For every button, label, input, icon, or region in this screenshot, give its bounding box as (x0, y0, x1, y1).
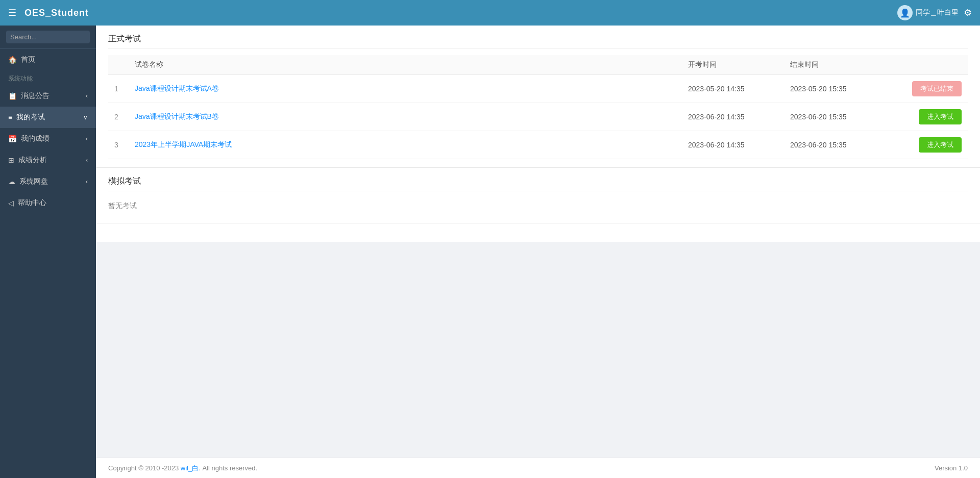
search-input[interactable] (10, 33, 96, 41)
content-area: 正式考试 试卷名称 开考时间 结束时间 1Java课程设计期末考试A卷2023-… (96, 26, 980, 242)
row-index: 1 (108, 75, 129, 103)
col-header-start: 开考时间 (682, 55, 784, 75)
sidebar-item-label: 我的考试 (16, 113, 79, 122)
content-filler (96, 242, 980, 458)
main-content: 正式考试 试卷名称 开考时间 结束时间 1Java课程设计期末考试A卷2023-… (96, 26, 980, 478)
mock-exam-title: 模拟考试 (108, 176, 968, 191)
sidebar-item-label: 消息公告 (21, 91, 82, 100)
table-row: 32023年上半学期JAVA期末考试2023-06-20 14:352023-0… (108, 131, 968, 159)
chevron-right-icon: ‹ (86, 135, 88, 142)
col-header-action (886, 55, 968, 75)
enter-exam-button[interactable]: 进入考试 (919, 137, 962, 153)
analysis-icon: ⊞ (8, 156, 14, 164)
settings-icon[interactable]: ⚙ (964, 7, 972, 18)
sidebar-item-home[interactable]: 🏠 首页 (0, 49, 96, 70)
row-action: 进入考试 (886, 103, 968, 131)
table-row: 2Java课程设计期末考试B卷2023-06-20 14:352023-06-2… (108, 103, 968, 131)
search-wrap: 🔍 (0, 26, 96, 49)
row-index: 2 (108, 103, 129, 131)
row-start-time: 2023-06-20 14:35 (682, 131, 784, 159)
row-end-time: 2023-06-20 15:35 (784, 131, 886, 159)
chevron-right-icon: ‹ (86, 157, 88, 164)
user-name: 同学＿叶白里 (916, 8, 959, 17)
menu-icon[interactable]: ☰ (8, 7, 16, 18)
col-header-end: 结束时间 (784, 55, 886, 75)
sidebar-item-score-analysis[interactable]: ⊞ 成绩分析 ‹ (0, 149, 96, 171)
app-logo: OES_Student (24, 8, 89, 18)
chevron-right-icon: ‹ (86, 92, 88, 99)
header-right: 👤 同学＿叶白里 ⚙ (897, 5, 972, 20)
row-index: 3 (108, 131, 129, 159)
header-left: ☰ OES_Student (8, 7, 89, 18)
table-row: 1Java课程设计期末考试A卷2023-05-20 14:352023-05-2… (108, 75, 968, 103)
sidebar-item-help[interactable]: ◁ 帮助中心 (0, 192, 96, 214)
sidebar-item-label: 帮助中心 (18, 198, 88, 208)
sidebar-nav: 🏠 首页 系统功能 📋 消息公告 ‹ ≡ 我的考试 ∨ 📅 我的成绩 ‹ ⊞ (0, 49, 96, 478)
footer-copyright: Copyright © 2010 -2023 wil_白. All rights… (108, 464, 257, 473)
table-header-row: 试卷名称 开考时间 结束时间 (108, 55, 968, 75)
exam-icon: ≡ (8, 113, 12, 121)
row-action: 进入考试 (886, 131, 968, 159)
footer-version: Version 1.0 (935, 464, 968, 472)
mock-exam-section: 模拟考试 暂无考试 (96, 168, 980, 223)
sidebar-item-announcement[interactable]: 📋 消息公告 ‹ (0, 85, 96, 107)
home-icon: 🏠 (8, 56, 17, 64)
disk-icon: ☁ (8, 178, 15, 186)
help-icon: ◁ (8, 199, 14, 207)
sidebar-item-disk[interactable]: ☁ 系统网盘 ‹ (0, 171, 96, 192)
search-box: 🔍 (6, 31, 90, 43)
formal-exam-title: 正式考试 (108, 34, 968, 49)
user-menu[interactable]: 👤 同学＿叶白里 (897, 5, 959, 20)
col-header-name: 试卷名称 (129, 55, 682, 75)
sidebar-item-label: 我的成绩 (21, 134, 82, 143)
row-exam-name[interactable]: Java课程设计期末考试A卷 (129, 75, 682, 103)
body-wrap: 🔍 🏠 首页 系统功能 📋 消息公告 ‹ ≡ 我的考试 ∨ 📅 我的成绩 (0, 26, 980, 478)
score-icon: 📅 (8, 135, 17, 143)
footer-author-link[interactable]: wil_白 (181, 464, 199, 472)
no-exam-text: 暂无考试 (108, 197, 968, 215)
row-action: 考试已结束 (886, 75, 968, 103)
sidebar-item-label: 系统网盘 (19, 177, 82, 186)
header: ☰ OES_Student 👤 同学＿叶白里 ⚙ (0, 0, 980, 26)
sidebar-item-label: 首页 (21, 55, 88, 64)
row-end-time: 2023-06-20 15:35 (784, 103, 886, 131)
sidebar-section-label: 系统功能 (0, 70, 96, 85)
row-start-time: 2023-05-20 14:35 (682, 75, 784, 103)
row-end-time: 2023-05-20 15:35 (784, 75, 886, 103)
enter-exam-button[interactable]: 进入考试 (919, 109, 962, 124)
exam-ended-button: 考试已结束 (912, 81, 962, 96)
row-exam-name[interactable]: 2023年上半学期JAVA期末考试 (129, 131, 682, 159)
sidebar-item-my-score[interactable]: 📅 我的成绩 ‹ (0, 128, 96, 149)
formal-exam-section: 正式考试 试卷名称 开考时间 结束时间 1Java课程设计期末考试A卷2023-… (96, 26, 980, 168)
avatar: 👤 (897, 5, 913, 20)
row-exam-name[interactable]: Java课程设计期末考试B卷 (129, 103, 682, 131)
chevron-right-icon: ‹ (86, 178, 88, 185)
col-header-index (108, 55, 129, 75)
exam-table: 试卷名称 开考时间 结束时间 1Java课程设计期末考试A卷2023-05-20… (108, 55, 968, 159)
sidebar-item-label: 成绩分析 (18, 156, 82, 165)
row-start-time: 2023-06-20 14:35 (682, 103, 784, 131)
sidebar: 🔍 🏠 首页 系统功能 📋 消息公告 ‹ ≡ 我的考试 ∨ 📅 我的成绩 (0, 26, 96, 478)
chevron-down-icon: ∨ (83, 114, 88, 121)
sidebar-item-my-exam[interactable]: ≡ 我的考试 ∨ (0, 107, 96, 128)
footer: Copyright © 2010 -2023 wil_白. All rights… (96, 458, 980, 478)
announcement-icon: 📋 (8, 92, 17, 100)
